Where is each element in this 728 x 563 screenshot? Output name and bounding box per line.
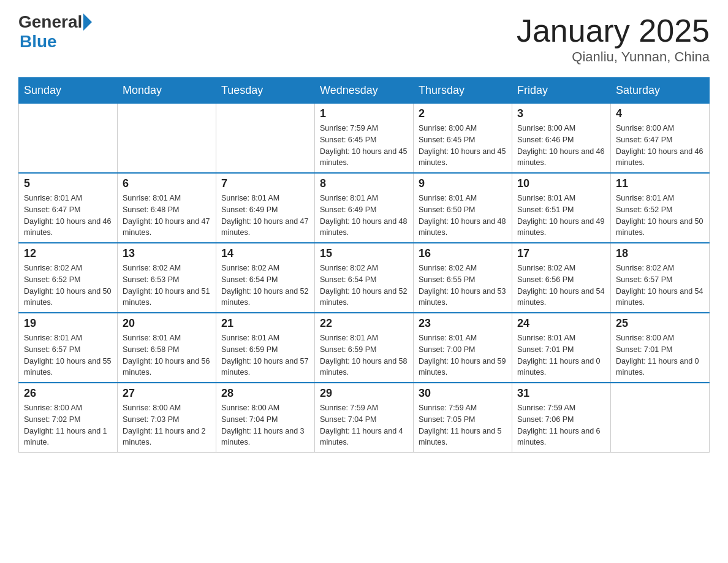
day-number: 24 bbox=[517, 317, 605, 330]
day-info: Sunrise: 8:02 AMSunset: 6:57 PMDaylight:… bbox=[616, 262, 704, 308]
calendar-cell: 27Sunrise: 8:00 AMSunset: 7:03 PMDayligh… bbox=[118, 383, 216, 453]
page-header: General Blue January 2025 Qianliu, Yunna… bbox=[18, 12, 710, 65]
calendar-cell: 4Sunrise: 8:00 AMSunset: 6:47 PMDaylight… bbox=[611, 104, 710, 174]
calendar-cell: 14Sunrise: 8:02 AMSunset: 6:54 PMDayligh… bbox=[216, 243, 315, 313]
day-number: 16 bbox=[419, 247, 507, 260]
day-info: Sunrise: 8:01 AMSunset: 6:57 PMDaylight:… bbox=[24, 332, 112, 378]
day-number: 13 bbox=[123, 247, 211, 260]
day-info: Sunrise: 7:59 AMSunset: 7:05 PMDaylight:… bbox=[419, 402, 507, 448]
day-info: Sunrise: 8:01 AMSunset: 6:59 PMDaylight:… bbox=[320, 332, 408, 378]
day-number: 18 bbox=[616, 247, 704, 260]
calendar-cell: 10Sunrise: 8:01 AMSunset: 6:51 PMDayligh… bbox=[512, 173, 611, 243]
day-number: 22 bbox=[320, 317, 408, 330]
day-number: 29 bbox=[320, 387, 408, 400]
day-info: Sunrise: 8:01 AMSunset: 6:49 PMDaylight:… bbox=[221, 193, 309, 239]
day-info: Sunrise: 8:01 AMSunset: 6:58 PMDaylight:… bbox=[123, 332, 211, 378]
day-number: 26 bbox=[24, 387, 112, 400]
day-info: Sunrise: 8:01 AMSunset: 6:48 PMDaylight:… bbox=[123, 193, 211, 239]
title-block: January 2025 Qianliu, Yunnan, China bbox=[517, 12, 710, 65]
day-number: 19 bbox=[24, 317, 112, 330]
day-number: 14 bbox=[221, 247, 309, 260]
calendar-cell: 15Sunrise: 8:02 AMSunset: 6:54 PMDayligh… bbox=[315, 243, 414, 313]
day-number: 6 bbox=[123, 177, 211, 190]
day-info: Sunrise: 8:00 AMSunset: 6:46 PMDaylight:… bbox=[517, 123, 605, 169]
day-number: 9 bbox=[419, 177, 507, 190]
calendar-cell: 16Sunrise: 8:02 AMSunset: 6:55 PMDayligh… bbox=[414, 243, 512, 313]
calendar-cell: 19Sunrise: 8:01 AMSunset: 6:57 PMDayligh… bbox=[19, 313, 118, 383]
day-number: 7 bbox=[221, 177, 309, 190]
calendar-cell: 2Sunrise: 8:00 AMSunset: 6:45 PMDaylight… bbox=[414, 104, 512, 174]
calendar-cell: 30Sunrise: 7:59 AMSunset: 7:05 PMDayligh… bbox=[414, 383, 512, 453]
day-number: 12 bbox=[24, 247, 112, 260]
logo-triangle-icon bbox=[83, 13, 92, 31]
calendar-cell: 31Sunrise: 7:59 AMSunset: 7:06 PMDayligh… bbox=[512, 383, 611, 453]
day-info: Sunrise: 8:01 AMSunset: 6:51 PMDaylight:… bbox=[517, 193, 605, 239]
day-info: Sunrise: 8:01 AMSunset: 7:00 PMDaylight:… bbox=[419, 332, 507, 378]
calendar-week-row: 5Sunrise: 8:01 AMSunset: 6:47 PMDaylight… bbox=[19, 173, 710, 243]
logo-blue-text: Blue bbox=[20, 32, 57, 52]
day-info: Sunrise: 8:00 AMSunset: 6:47 PMDaylight:… bbox=[616, 123, 704, 169]
calendar-subtitle: Qianliu, Yunnan, China bbox=[517, 49, 710, 65]
day-number: 10 bbox=[517, 177, 605, 190]
calendar-day-header: Monday bbox=[118, 78, 216, 104]
calendar-cell: 12Sunrise: 8:02 AMSunset: 6:52 PMDayligh… bbox=[19, 243, 118, 313]
day-number: 11 bbox=[616, 177, 704, 190]
calendar-cell: 20Sunrise: 8:01 AMSunset: 6:58 PMDayligh… bbox=[118, 313, 216, 383]
day-info: Sunrise: 7:59 AMSunset: 7:06 PMDaylight:… bbox=[517, 402, 605, 448]
day-number: 5 bbox=[24, 177, 112, 190]
calendar-cell: 1Sunrise: 7:59 AMSunset: 6:45 PMDaylight… bbox=[315, 104, 414, 174]
day-number: 21 bbox=[221, 317, 309, 330]
calendar-header-row: SundayMondayTuesdayWednesdayThursdayFrid… bbox=[19, 78, 710, 104]
calendar-day-header: Sunday bbox=[19, 78, 118, 104]
calendar-cell: 23Sunrise: 8:01 AMSunset: 7:00 PMDayligh… bbox=[414, 313, 512, 383]
day-info: Sunrise: 8:01 AMSunset: 7:01 PMDaylight:… bbox=[517, 332, 605, 378]
calendar-cell: 24Sunrise: 8:01 AMSunset: 7:01 PMDayligh… bbox=[512, 313, 611, 383]
day-info: Sunrise: 8:02 AMSunset: 6:54 PMDaylight:… bbox=[320, 262, 408, 308]
calendar-title: January 2025 bbox=[517, 12, 710, 49]
calendar-week-row: 1Sunrise: 7:59 AMSunset: 6:45 PMDaylight… bbox=[19, 104, 710, 174]
day-number: 20 bbox=[123, 317, 211, 330]
day-info: Sunrise: 8:00 AMSunset: 7:02 PMDaylight:… bbox=[24, 402, 112, 448]
calendar-day-header: Friday bbox=[512, 78, 611, 104]
day-number: 31 bbox=[517, 387, 605, 400]
day-info: Sunrise: 8:00 AMSunset: 7:01 PMDaylight:… bbox=[616, 332, 704, 378]
day-info: Sunrise: 8:01 AMSunset: 6:50 PMDaylight:… bbox=[419, 193, 507, 239]
day-info: Sunrise: 7:59 AMSunset: 7:04 PMDaylight:… bbox=[320, 402, 408, 448]
calendar-cell: 11Sunrise: 8:01 AMSunset: 6:52 PMDayligh… bbox=[611, 173, 710, 243]
calendar-week-row: 19Sunrise: 8:01 AMSunset: 6:57 PMDayligh… bbox=[19, 313, 710, 383]
day-number: 27 bbox=[123, 387, 211, 400]
day-number: 28 bbox=[221, 387, 309, 400]
day-info: Sunrise: 7:59 AMSunset: 6:45 PMDaylight:… bbox=[320, 123, 408, 169]
calendar-cell: 21Sunrise: 8:01 AMSunset: 6:59 PMDayligh… bbox=[216, 313, 315, 383]
day-info: Sunrise: 8:00 AMSunset: 7:03 PMDaylight:… bbox=[123, 402, 211, 448]
day-number: 8 bbox=[320, 177, 408, 190]
day-info: Sunrise: 8:02 AMSunset: 6:56 PMDaylight:… bbox=[517, 262, 605, 308]
calendar-day-header: Thursday bbox=[414, 78, 512, 104]
calendar-cell: 9Sunrise: 8:01 AMSunset: 6:50 PMDaylight… bbox=[414, 173, 512, 243]
day-number: 25 bbox=[616, 317, 704, 330]
calendar-cell: 28Sunrise: 8:00 AMSunset: 7:04 PMDayligh… bbox=[216, 383, 315, 453]
day-info: Sunrise: 8:02 AMSunset: 6:55 PMDaylight:… bbox=[419, 262, 507, 308]
day-number: 3 bbox=[517, 107, 605, 120]
day-number: 1 bbox=[320, 107, 408, 120]
day-info: Sunrise: 8:02 AMSunset: 6:53 PMDaylight:… bbox=[123, 262, 211, 308]
calendar-week-row: 26Sunrise: 8:00 AMSunset: 7:02 PMDayligh… bbox=[19, 383, 710, 453]
day-number: 2 bbox=[419, 107, 507, 120]
calendar-cell: 22Sunrise: 8:01 AMSunset: 6:59 PMDayligh… bbox=[315, 313, 414, 383]
day-info: Sunrise: 8:02 AMSunset: 6:54 PMDaylight:… bbox=[221, 262, 309, 308]
calendar-cell: 18Sunrise: 8:02 AMSunset: 6:57 PMDayligh… bbox=[611, 243, 710, 313]
day-number: 17 bbox=[517, 247, 605, 260]
day-number: 30 bbox=[419, 387, 507, 400]
logo-general-text: General bbox=[18, 12, 82, 32]
day-info: Sunrise: 8:02 AMSunset: 6:52 PMDaylight:… bbox=[24, 262, 112, 308]
calendar-cell: 17Sunrise: 8:02 AMSunset: 6:56 PMDayligh… bbox=[512, 243, 611, 313]
day-info: Sunrise: 8:00 AMSunset: 6:45 PMDaylight:… bbox=[419, 123, 507, 169]
day-info: Sunrise: 8:01 AMSunset: 6:47 PMDaylight:… bbox=[24, 193, 112, 239]
calendar-day-header: Wednesday bbox=[315, 78, 414, 104]
calendar-table: SundayMondayTuesdayWednesdayThursdayFrid… bbox=[18, 77, 710, 453]
calendar-cell: 29Sunrise: 7:59 AMSunset: 7:04 PMDayligh… bbox=[315, 383, 414, 453]
calendar-cell: 7Sunrise: 8:01 AMSunset: 6:49 PMDaylight… bbox=[216, 173, 315, 243]
day-number: 4 bbox=[616, 107, 704, 120]
logo: General Blue bbox=[18, 12, 92, 52]
calendar-cell: 6Sunrise: 8:01 AMSunset: 6:48 PMDaylight… bbox=[118, 173, 216, 243]
